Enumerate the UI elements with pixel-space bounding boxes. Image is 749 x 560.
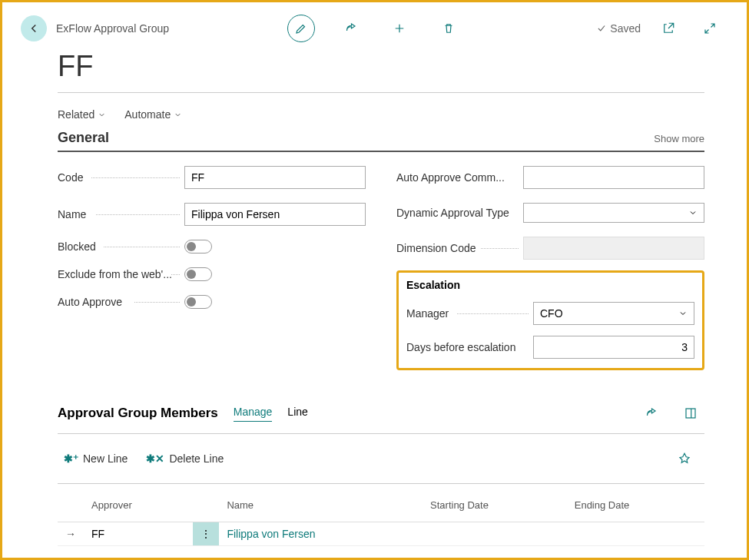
days-escalation-label: Days before escalation	[406, 341, 533, 353]
related-label: Related	[58, 108, 94, 121]
dynamic-type-label: Dynamic Approval Type	[396, 207, 523, 219]
chevron-down-icon	[688, 208, 698, 217]
delete-line-icon: ✱✕	[146, 452, 164, 465]
page-title: FF	[58, 50, 704, 83]
days-escalation-input[interactable]	[533, 336, 694, 359]
svg-rect-0	[686, 409, 695, 418]
dynamic-type-select[interactable]	[523, 203, 704, 223]
share-members-icon[interactable]	[637, 399, 664, 427]
table-row[interactable]	[58, 546, 704, 561]
delete-line-label: Delete Line	[169, 452, 224, 465]
chevron-down-icon	[678, 309, 688, 318]
new-line-button[interactable]: ✱⁺ New Line	[64, 452, 128, 465]
popout-icon[interactable]	[655, 15, 682, 42]
escalation-section: Escalation Manager CFO Days before escal…	[396, 270, 704, 370]
cell-approver[interactable]: FF	[84, 522, 193, 546]
name-label: Name	[58, 208, 184, 220]
escalation-heading: Escalation	[406, 279, 694, 291]
dimension-code-label: Dimension Code	[396, 242, 523, 254]
automate-label: Automate	[124, 108, 171, 121]
delete-button[interactable]	[435, 15, 462, 42]
general-heading: General	[58, 130, 109, 146]
name-input[interactable]	[184, 203, 366, 226]
auto-approve-comm-label: Auto Approve Comm...	[396, 171, 523, 184]
auto-approve-comm-input[interactable]	[523, 166, 704, 189]
new-line-icon: ✱⁺	[64, 452, 78, 465]
expand-icon[interactable]	[696, 15, 724, 42]
row-selector-icon[interactable]: →	[58, 522, 84, 546]
new-line-label: New Line	[83, 452, 128, 465]
col-approver[interactable]: Approver	[84, 489, 193, 522]
tab-manage[interactable]: Manage	[234, 406, 273, 422]
code-label: Code	[58, 171, 184, 184]
manager-value: CFO	[540, 307, 563, 320]
cell-end[interactable]	[567, 522, 704, 546]
row-menu-icon[interactable]: ⋮	[193, 522, 219, 546]
manager-label: Manager	[406, 307, 533, 320]
dimension-code-input	[523, 237, 704, 260]
tab-line[interactable]: Line	[287, 406, 307, 421]
breadcrumb: ExFlow Approval Group	[56, 22, 169, 35]
show-more-link[interactable]: Show more	[654, 133, 704, 144]
exclude-web-label: Exclude from the web'...	[58, 268, 184, 280]
members-heading: Approval Group Members	[58, 406, 218, 421]
auto-approve-toggle[interactable]	[184, 295, 212, 309]
saved-indicator: Saved	[596, 22, 641, 35]
automate-menu[interactable]: Automate	[124, 108, 182, 121]
add-button[interactable]	[386, 15, 413, 42]
back-button[interactable]	[21, 15, 47, 41]
related-menu[interactable]: Related	[58, 108, 106, 121]
blocked-label: Blocked	[58, 240, 184, 253]
manager-select[interactable]: CFO	[533, 302, 694, 325]
col-end[interactable]: Ending Date	[567, 489, 704, 522]
pin-icon[interactable]	[671, 445, 698, 472]
exclude-web-toggle[interactable]	[184, 267, 212, 281]
edit-button[interactable]	[287, 15, 315, 42]
cell-name[interactable]: Filippa von Fersen	[219, 522, 423, 546]
col-start[interactable]: Starting Date	[423, 489, 567, 522]
share-icon[interactable]	[336, 15, 364, 42]
table-row[interactable]: → FF ⋮ Filippa von Fersen	[58, 522, 704, 546]
auto-approve-label: Auto Approve	[58, 296, 184, 308]
blocked-toggle[interactable]	[184, 240, 212, 253]
saved-label: Saved	[610, 22, 641, 35]
delete-line-button[interactable]: ✱✕ Delete Line	[146, 452, 224, 465]
code-input[interactable]	[184, 166, 366, 189]
col-name[interactable]: Name	[219, 489, 423, 522]
expand-members-icon[interactable]	[677, 399, 704, 427]
cell-start[interactable]	[423, 522, 567, 546]
